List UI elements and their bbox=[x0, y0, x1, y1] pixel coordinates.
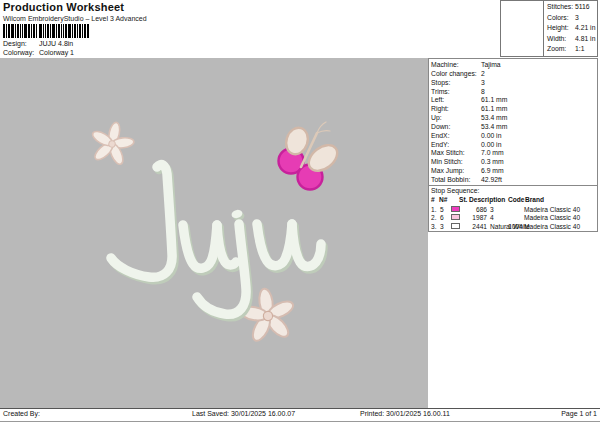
software-subtitle: Wilcom EmbroideryStudio – Level 3 Advanc… bbox=[3, 15, 147, 22]
production-worksheet-page: Production Worksheet Wilcom EmbroiderySt… bbox=[0, 0, 600, 424]
colorway-row: Colorway:Colorway 1 bbox=[3, 49, 74, 56]
stat-label: Width: bbox=[547, 35, 566, 42]
design-value: JUJU 4.8in bbox=[39, 40, 73, 47]
machine-info-value: 61.1 mm bbox=[481, 105, 507, 112]
machine-info-label: Max Jump: bbox=[431, 167, 464, 174]
machine-info-panel: Machine: Tajima Color changes: 2 Stops: … bbox=[428, 58, 598, 232]
stat-value: 1:1 bbox=[575, 45, 584, 52]
machine-info-label: Color changes: bbox=[431, 70, 477, 77]
machine-info-table: Machine: Tajima Color changes: 2 Stops: … bbox=[429, 61, 597, 185]
thread-brand: Madeira Classic 40 bbox=[524, 214, 580, 221]
flower-top-left-icon bbox=[86, 118, 139, 169]
machine-info-label: Left: bbox=[431, 96, 444, 103]
colorway-value: Colorway 1 bbox=[39, 49, 74, 56]
colorway-label: Colorway: bbox=[3, 49, 39, 56]
machine-info-label: Right: bbox=[431, 105, 449, 112]
stat-row: Height: 4.21 in bbox=[544, 24, 597, 35]
empty-info-box bbox=[500, 0, 544, 57]
stat-row: Stitches: 5116 bbox=[544, 3, 597, 14]
machine-info-value: 0.00 in bbox=[481, 141, 501, 148]
stat-value: 3 bbox=[575, 14, 579, 21]
thread-brand: Madeira Classic 40 bbox=[524, 223, 580, 230]
stop-num: 1. bbox=[431, 206, 437, 213]
machine-info-label: Machine: bbox=[431, 61, 459, 68]
machine-info-label: Max Stitch: bbox=[431, 149, 465, 156]
design-row: Design:JUJU 4.8in bbox=[3, 40, 73, 47]
thread-description: 3 bbox=[490, 206, 494, 213]
machine-info-label: Min Stitch: bbox=[431, 158, 463, 165]
stat-label: Colors: bbox=[547, 14, 569, 21]
stop-sequence-row: 3. 3 2441 Natural White 1004 Madeira Cla… bbox=[429, 223, 597, 232]
stat-value: 4.81 in bbox=[575, 35, 595, 42]
stop-stitches: 686 bbox=[459, 206, 487, 213]
machine-info-row: Right: 61.1 mm bbox=[429, 105, 597, 114]
col-brand: Brand bbox=[525, 196, 544, 203]
machine-info-row: Up: 53.4 mm bbox=[429, 114, 597, 123]
machine-info-label: EndY: bbox=[431, 141, 449, 148]
machine-info-row: Color changes: 2 bbox=[429, 70, 597, 79]
stop-num: 2. bbox=[431, 214, 437, 221]
stat-row: Colors: 3 bbox=[544, 14, 597, 25]
machine-info-value: 2 bbox=[481, 70, 485, 77]
stat-row: Zoom: 1:1 bbox=[544, 45, 597, 56]
machine-info-value: 7.0 mm bbox=[481, 149, 504, 156]
design-label: Design: bbox=[3, 40, 39, 47]
machine-info-label: EndX: bbox=[431, 132, 450, 139]
footer-divider bbox=[0, 408, 600, 409]
stop-stitches: 2441 bbox=[459, 223, 487, 230]
machine-info-row: EndX: 0.00 in bbox=[429, 132, 597, 141]
machine-info-value: Tajima bbox=[481, 61, 501, 68]
machine-info-row: Max Jump: 6.9 mm bbox=[429, 167, 597, 176]
printed-text: Printed: 30/01/2025 16.00.11 bbox=[360, 410, 450, 417]
machine-info-label: Total Bobbin: bbox=[431, 176, 470, 183]
machine-info-value: 8 bbox=[481, 88, 485, 95]
machine-info-row: Left: 61.1 mm bbox=[429, 96, 597, 105]
thread-brand: Madeira Classic 40 bbox=[524, 206, 580, 213]
stop-needle: 5 bbox=[440, 206, 444, 213]
machine-info-value: 3 bbox=[481, 79, 485, 86]
machine-info-value: 53.4 mm bbox=[481, 114, 507, 121]
stop-sequence-row: 1. 5 686 3 Madeira Classic 40 bbox=[429, 206, 597, 215]
col-num: # bbox=[431, 196, 435, 203]
stop-sequence-title: Stop Sequence: bbox=[431, 187, 479, 194]
machine-info-value: 61.1 mm bbox=[481, 96, 507, 103]
machine-info-row: EndY: 0.00 in bbox=[429, 141, 597, 150]
created-by-label: Created By: bbox=[3, 410, 40, 417]
stat-value: 4.21 in bbox=[575, 24, 595, 31]
machine-info-value: 42.92ft bbox=[481, 176, 502, 183]
machine-info-value: 0.00 in bbox=[481, 132, 501, 139]
stop-needle: 6 bbox=[440, 214, 444, 221]
stat-row: Width: 4.81 in bbox=[544, 35, 597, 46]
machine-info-row: Min Stitch: 0.3 mm bbox=[429, 158, 597, 167]
page-bottom-edge bbox=[0, 421, 600, 422]
col-stitches: St. bbox=[459, 196, 467, 203]
stat-label: Height: bbox=[547, 24, 569, 31]
machine-info-value: 0.3 mm bbox=[481, 158, 504, 165]
design-stats-box: Stitches: 5116 Colors: 3 Height: 4.21 in… bbox=[543, 0, 598, 57]
thread-description: 4 bbox=[490, 214, 494, 221]
design-preview-canvas bbox=[0, 58, 428, 408]
stop-needle: 3 bbox=[440, 223, 444, 230]
machine-info-row: Machine: Tajima bbox=[429, 61, 597, 70]
page-title: Production Worksheet bbox=[3, 1, 124, 13]
stop-sequence-header: # N# St. Description Code Brand bbox=[429, 196, 597, 205]
machine-info-row: Stops: 3 bbox=[429, 79, 597, 88]
machine-info-label: Up: bbox=[431, 114, 442, 121]
machine-info-row: Total Bobbin: 42.92ft bbox=[429, 176, 597, 185]
machine-info-label: Stops: bbox=[431, 79, 450, 86]
design-script-text bbox=[111, 165, 323, 317]
page-number: Page 1 of 1 bbox=[561, 410, 597, 417]
machine-info-value: 6.9 mm bbox=[481, 167, 504, 174]
machine-info-row: Trims: 8 bbox=[429, 88, 597, 97]
stat-label: Stitches: bbox=[547, 3, 573, 10]
machine-info-label: Down: bbox=[431, 123, 450, 130]
embroidery-design bbox=[0, 58, 428, 408]
col-code: Code bbox=[508, 196, 524, 203]
last-saved-text: Last Saved: 30/01/2025 16.00.07 bbox=[192, 410, 295, 417]
machine-info-value: 53.4 mm bbox=[481, 123, 507, 130]
stat-label: Zoom: bbox=[547, 45, 566, 52]
machine-info-row: Down: 53.4 mm bbox=[429, 123, 597, 132]
stat-value: 5116 bbox=[575, 3, 590, 10]
butterfly-icon bbox=[279, 122, 343, 190]
thread-code: 1004 bbox=[508, 223, 523, 230]
